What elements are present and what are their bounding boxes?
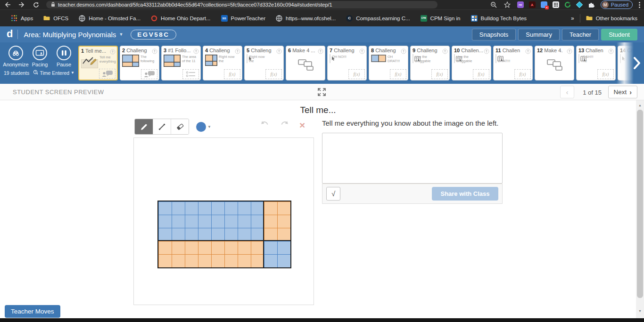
pin-icon xyxy=(318,48,323,56)
pencil-tool-button[interactable] xyxy=(135,119,153,134)
speech-component-icon xyxy=(99,69,116,79)
sort-dropdown[interactable]: Time Entered ▼ xyxy=(33,70,74,76)
url-bar[interactable]: teacher.desmos.com/dashboard/5fca433112a… xyxy=(46,1,438,8)
grid-thumbnail-icon xyxy=(122,55,139,69)
list-component-icon xyxy=(182,69,199,79)
fx-component-icon: f(x) xyxy=(597,69,614,79)
green-refresh-extension-icon[interactable] xyxy=(564,1,571,8)
next-chevron-icon: › xyxy=(629,89,632,96)
bookmark-label: CPM Sign in xyxy=(430,16,461,21)
scrollbar[interactable]: ▲ ▼ xyxy=(636,100,644,318)
bookmark-item[interactable]: Home - Olmsted Fa... xyxy=(74,14,145,23)
forward-icon[interactable] xyxy=(18,1,25,8)
teacher-moves-button[interactable]: Teacher Moves xyxy=(5,305,60,318)
bookmark-item[interactable]: Bulldog Tech Bytes xyxy=(467,14,531,23)
slide-thumbnail-8[interactable]: 8 ChallengOH DRAT!!!f(x) xyxy=(369,46,408,80)
bookmark-item[interactable]: Home Ohio Depart... xyxy=(147,14,215,23)
slide-thumbnail-3[interactable]: 3 #1 Follo... The area of the 11 xyxy=(161,46,201,80)
activity-title[interactable]: Area: Multiplying Polynomials xyxy=(24,31,116,39)
page-indicator: 1 of 15 xyxy=(583,89,602,96)
tab-summary[interactable]: Summary xyxy=(518,29,560,40)
slide-thumbnail-9[interactable]: 9 ChallengUse the draggablef(x) xyxy=(410,46,450,80)
profile-pill[interactable]: M Paused xyxy=(601,0,633,9)
pin-icon xyxy=(484,48,489,56)
bookmark-item[interactable]: SISPowerTeacher xyxy=(217,14,270,23)
slide-thumbnail-2[interactable]: 2 Challeng The following xyxy=(120,46,159,80)
bookmarks-separator xyxy=(580,14,580,23)
eraser-tool-button[interactable] xyxy=(171,119,189,134)
anonymize-button[interactable]: Anonymize xyxy=(4,46,28,67)
slide-thumbnail-13[interactable]: 13 ChallenYEAH!!! Thef(x) xyxy=(576,46,616,80)
other-bookmarks[interactable]: Other bookmarks xyxy=(586,14,637,23)
pause-icon xyxy=(57,46,71,60)
slide-thumbnail-12[interactable]: 12 Make 4. xyxy=(535,46,574,80)
red-ring-icon xyxy=(151,15,157,22)
undo-icon[interactable] xyxy=(260,120,270,130)
back-icon[interactable] xyxy=(4,1,11,8)
redo-icon[interactable] xyxy=(280,120,289,130)
bookmark-item[interactable]: CPMCPM Sign in xyxy=(416,14,465,23)
desmos-logo[interactable]: d xyxy=(7,28,13,40)
slide-thumbnail-6[interactable]: 6 Make 4 ... xyxy=(286,46,325,80)
teal-diamond-extension-icon[interactable] xyxy=(576,1,583,8)
keypad-extension-icon[interactable] xyxy=(553,1,559,8)
area-model-image xyxy=(157,201,291,268)
slide-number: 2 xyxy=(122,48,125,53)
slide-thumbnail-4[interactable]: 4 Challeng Right now thef(x) xyxy=(203,46,242,80)
sketch-thumbnail-icon xyxy=(81,55,98,68)
slide-thumbnail-5[interactable]: 5 ChallengRight now thef(x) xyxy=(244,46,284,80)
bookmark-item-apps[interactable]: Apps xyxy=(7,14,37,23)
readwrite-extension-icon[interactable]: rw xyxy=(517,1,524,8)
browser-menu-icon[interactable] xyxy=(639,2,640,8)
canvas-grid-thumbnail-icon xyxy=(454,55,455,63)
zoom-out-icon[interactable] xyxy=(490,1,497,8)
bookmark-item[interactable]: CCompassLearning C... xyxy=(342,14,414,23)
slide-thumbnail-10[interactable]: 10 Challen...Use the draggablef(x) xyxy=(452,46,491,80)
pin-icon xyxy=(608,48,614,56)
tab-snapshots[interactable]: Snapshots xyxy=(472,29,516,40)
tab-student[interactable]: Student xyxy=(601,29,637,40)
activity-dropdown-caret-icon[interactable]: ▼ xyxy=(119,32,123,37)
pause-button[interactable]: Pause xyxy=(52,46,76,67)
slide-thumbnail-11[interactable]: 11 ChallenOH DRAT!!!f(x) xyxy=(493,46,533,80)
slide-thumbnail-1[interactable]: 1 Tell me...Tell me everything xyxy=(78,46,118,80)
area-model-quadrant-bottom-left xyxy=(158,241,264,267)
slide-number: 9 xyxy=(413,48,415,53)
scroll-down-icon[interactable]: ▼ xyxy=(636,307,644,314)
next-slide-button[interactable]: Next › xyxy=(608,86,637,98)
puzzle-extension-icon[interactable] xyxy=(588,1,594,8)
clear-sketch-icon[interactable]: × xyxy=(299,120,305,130)
pin-icon xyxy=(401,48,406,56)
desmos-header: d Area: Multiplying Polynomials ▼ EGV58C… xyxy=(0,26,644,42)
tab-teacher[interactable]: Teacher xyxy=(562,29,599,40)
edit-actions: × xyxy=(260,120,305,130)
reload-icon[interactable] xyxy=(32,1,40,8)
doc-converter-extension-icon[interactable]: × xyxy=(541,1,547,8)
pacing-button[interactable]: Pacing xyxy=(28,46,52,67)
globe-icon xyxy=(79,15,85,22)
class-code-badge[interactable]: EGV58C xyxy=(131,30,176,40)
slide-number: 6 xyxy=(288,48,291,53)
sketch-canvas[interactable] xyxy=(133,137,314,305)
slides-scroll-right[interactable] xyxy=(617,42,644,84)
bookmark-item[interactable]: OFCS xyxy=(39,14,73,23)
response-input[interactable] xyxy=(322,133,503,184)
math-input-button[interactable]: √ xyxy=(326,187,340,201)
prev-slide-button[interactable]: ‹ xyxy=(560,86,574,98)
scrollbar-thumb[interactable] xyxy=(637,110,643,298)
slide-thumbnail-7[interactable]: 7 ChallengOH NO!!!f(x) xyxy=(327,46,367,80)
bookmarks-overflow-chevron[interactable]: » xyxy=(571,15,574,22)
slide-number: 1 xyxy=(81,48,84,54)
slide-title: Tell me... xyxy=(0,105,636,115)
fullscreen-icon[interactable] xyxy=(318,88,326,98)
slide-number: 11 xyxy=(495,48,501,53)
scroll-up-icon[interactable]: ▲ xyxy=(636,101,644,109)
color-picker[interactable]: ▼ xyxy=(196,122,211,132)
preview-title: STUDENT SCREEN PREVIEW xyxy=(13,89,104,96)
acrobat-extension-icon[interactable]: A xyxy=(529,1,536,8)
bookmark-star-icon[interactable] xyxy=(504,1,511,8)
slide-title: Challen... xyxy=(461,48,483,53)
line-tool-button[interactable] xyxy=(153,119,171,134)
share-with-class-button[interactable]: Share with Class xyxy=(432,187,498,201)
bookmark-item[interactable]: https--www.ofcshel... xyxy=(272,14,340,23)
